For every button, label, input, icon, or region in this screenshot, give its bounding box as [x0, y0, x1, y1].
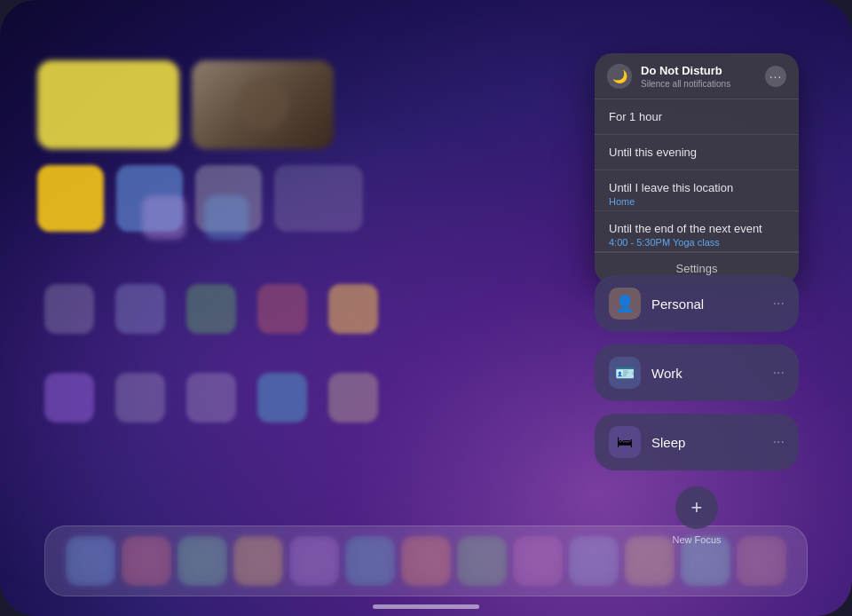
- dnd-until-next-event[interactable]: Until the end of the next event 4:00 - 5…: [595, 211, 799, 252]
- dnd-location-sub: Home: [609, 196, 785, 207]
- focus-card-work[interactable]: 🪪 Work ···: [595, 344, 799, 401]
- dock-icon-8[interactable]: [457, 536, 507, 586]
- app-row-2: [44, 373, 378, 423]
- focus-card-sleep[interactable]: 🛏 Sleep ···: [595, 414, 799, 470]
- new-focus-button[interactable]: + New Focus: [595, 486, 799, 545]
- dnd-popup: 🌙 Do Not Disturb Silence all notificatio…: [595, 53, 799, 284]
- dock-icon-6[interactable]: [345, 536, 395, 586]
- dnd-subtitle: Silence all notifications: [641, 78, 756, 90]
- widget-small-4[interactable]: [274, 165, 363, 232]
- dnd-until-this-evening[interactable]: Until this evening: [595, 135, 799, 170]
- app-icon-7[interactable]: [115, 373, 165, 423]
- dnd-title: Do Not Disturb: [641, 64, 756, 78]
- dock-icon-9[interactable]: [513, 536, 563, 586]
- focus-card-personal[interactable]: 👤 Personal ···: [595, 275, 799, 332]
- work-more[interactable]: ···: [773, 365, 785, 381]
- app-icon-8[interactable]: [186, 373, 236, 423]
- app-row-1: [44, 284, 378, 334]
- mid-icon-2[interactable]: [204, 195, 248, 240]
- work-label: Work: [651, 366, 762, 381]
- widget-note[interactable]: [37, 60, 179, 149]
- dnd-for-1-hour[interactable]: For 1 hour: [595, 99, 799, 135]
- dnd-more-button[interactable]: ···: [765, 66, 786, 87]
- sleep-more[interactable]: ···: [773, 434, 785, 450]
- app-icon-3[interactable]: [186, 284, 236, 334]
- app-icon-10[interactable]: [328, 373, 378, 423]
- widget-small-1[interactable]: [37, 165, 104, 232]
- app-icon-6[interactable]: [44, 373, 94, 423]
- dnd-event-sub: 4:00 - 5:30PM Yoga class: [609, 237, 785, 248]
- app-icon-9[interactable]: [257, 373, 307, 423]
- app-icon-messages[interactable]: [44, 284, 94, 334]
- widget-row-top: [37, 60, 334, 149]
- sleep-label: Sleep: [651, 435, 762, 450]
- app-icon-5[interactable]: [328, 284, 378, 334]
- focus-cards: 👤 Personal ··· 🪪 Work ··· 🛏 Sleep ··· +: [595, 275, 799, 545]
- dock-icon-4[interactable]: [233, 536, 283, 586]
- personal-icon: 👤: [609, 288, 641, 320]
- home-indicator[interactable]: [373, 604, 479, 609]
- dock-icon-5[interactable]: [289, 536, 339, 586]
- dock-icon-2[interactable]: [122, 536, 171, 586]
- work-icon: 🪪: [609, 357, 641, 389]
- personal-label: Personal: [651, 296, 762, 312]
- dock-icon-1[interactable]: [66, 536, 115, 586]
- mid-icons: [142, 195, 248, 240]
- new-focus-label: New Focus: [672, 534, 721, 545]
- personal-more[interactable]: ···: [773, 296, 785, 312]
- dnd-header: 🌙 Do Not Disturb Silence all notificatio…: [595, 53, 799, 99]
- sleep-icon: 🛏: [609, 426, 641, 458]
- new-focus-circle: +: [675, 486, 718, 529]
- app-icon-2[interactable]: [115, 284, 165, 334]
- dock-icon-3[interactable]: [178, 536, 227, 586]
- moon-icon: 🌙: [607, 64, 632, 89]
- widget-photo[interactable]: [192, 60, 334, 149]
- dnd-title-group: Do Not Disturb Silence all notifications: [641, 64, 756, 90]
- dock-icon-7[interactable]: [401, 536, 451, 586]
- mid-icon-1[interactable]: [142, 195, 186, 240]
- ipad-frame: 🌙 Do Not Disturb Silence all notificatio…: [0, 0, 852, 616]
- dnd-until-leave-location[interactable]: Until I leave this location Home: [595, 170, 799, 211]
- app-icon-4[interactable]: [257, 284, 307, 334]
